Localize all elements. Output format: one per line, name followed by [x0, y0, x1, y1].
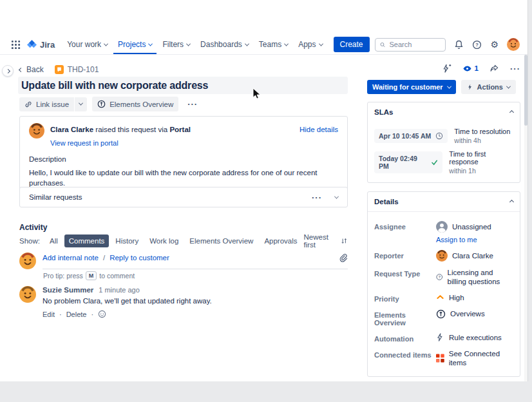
slas-panel-header[interactable]: SLAs [368, 102, 520, 122]
comment-author[interactable]: Suzie Summer [43, 286, 93, 294]
status-dropdown[interactable]: Waiting for customer [367, 80, 456, 94]
nav-item-projects[interactable]: Projects [113, 35, 157, 54]
issue-key-link[interactable]: THD-101 [55, 65, 99, 74]
dot-separator: · [59, 311, 62, 318]
priority-value[interactable]: High [436, 293, 464, 302]
link-issue-caret-button[interactable] [75, 97, 87, 111]
clock-icon [435, 132, 443, 140]
notifications-bell-icon[interactable] [454, 40, 464, 50]
request-raised-line: Clara Clarke raised this request via Por… [50, 123, 191, 133]
eye-icon [462, 64, 472, 73]
search-input[interactable] [389, 41, 441, 48]
connected-items-value[interactable]: See Connected items [436, 349, 513, 368]
composer-avatar [19, 253, 36, 269]
top-navbar: Jira Your work Projects Filters Dashboar… [0, 35, 527, 55]
comment-avatar[interactable] [19, 286, 36, 303]
check-icon [431, 158, 438, 166]
details-panel-header[interactable]: Details [368, 192, 520, 212]
view-request-portal-link[interactable]: View request in portal [50, 139, 338, 147]
assignee-value[interactable]: Unassigned [436, 221, 491, 233]
settings-gear-icon[interactable]: ⚙ [490, 40, 499, 49]
actions-dropdown[interactable]: Actions [461, 80, 516, 94]
filter-work-log[interactable]: Work log [145, 235, 183, 247]
field-reporter: Reporter Clara Clarke [374, 250, 513, 262]
add-internal-note-tab[interactable]: Add internal note [43, 254, 99, 262]
field-priority: Priority High [374, 293, 513, 303]
description-text: Hello, I would like to update our bill w… [29, 168, 338, 188]
nav-item-dashboards[interactable]: Dashboards [196, 35, 253, 54]
link-issue-button[interactable]: Link issue [19, 97, 74, 111]
arrow-left-icon [19, 67, 23, 72]
create-button[interactable]: Create [334, 37, 370, 52]
chevron-down-icon [148, 41, 153, 46]
field-assignee: Assignee Unassigned [374, 221, 513, 233]
pro-tip: Pro tip: press M to comment [43, 271, 135, 280]
jira-logo[interactable]: Jira [27, 40, 55, 50]
similar-requests-panel[interactable]: Similar requests ··· [19, 187, 348, 207]
jira-logo-text: Jira [40, 40, 55, 50]
connected-items-icon [436, 354, 444, 363]
nav-item-filters[interactable]: Filters [158, 35, 195, 54]
nav-item-teams[interactable]: Teams [254, 35, 292, 54]
chevron-down-icon [447, 84, 451, 88]
filter-all[interactable]: All [45, 235, 62, 247]
delete-comment-button[interactable]: Delete [66, 311, 87, 318]
back-button[interactable]: Back [19, 65, 44, 74]
filter-elements-overview[interactable]: Elements Overview [185, 235, 258, 247]
issue-sidebar: 1 ··· Waiting for customer Actions [367, 63, 520, 381]
reporter-value[interactable]: Clara Clarke [436, 250, 493, 262]
issue-title-field[interactable]: Update bill with new corporate address [18, 77, 348, 94]
jira-app-window: Jira Your work Projects Filters Dashboar… [0, 0, 528, 381]
watch-button[interactable]: 1 [462, 64, 479, 73]
assign-to-me-link[interactable]: Assign to me [436, 236, 513, 244]
show-label: Show: [19, 237, 40, 245]
reply-to-customer-tab[interactable]: Reply to customer [109, 254, 169, 262]
sidebar-more-button[interactable]: ··· [510, 64, 520, 73]
edit-comment-button[interactable]: Edit [43, 311, 55, 318]
sort-arrows-icon [341, 237, 348, 245]
attach-paperclip-icon[interactable] [339, 253, 348, 262]
lightning-icon [467, 84, 473, 90]
overviews-value[interactable]: Overviews [436, 309, 485, 319]
filter-history[interactable]: History [111, 235, 143, 247]
chevron-up-icon [509, 199, 514, 204]
global-search[interactable] [375, 38, 446, 52]
request-type-value[interactable]: ? Licensing and billing questions [436, 268, 513, 287]
nav-item-your-work[interactable]: Your work [62, 35, 112, 54]
reporter-avatar[interactable] [29, 123, 44, 139]
similar-more-button[interactable]: ··· [312, 193, 322, 202]
share-icon[interactable] [489, 64, 499, 73]
overviews-icon [436, 309, 446, 319]
expand-sidebar-button[interactable] [2, 65, 14, 77]
jira-logo-icon [27, 40, 37, 50]
sla-row-first-response: Today 02:49 PM Time to first response wi… [374, 150, 513, 175]
chevron-up-icon [509, 110, 514, 114]
emoji-reaction-button[interactable] [98, 310, 106, 318]
link-issue-split-button: Link issue [19, 97, 87, 111]
sort-order-button[interactable]: Newest first [304, 233, 348, 249]
similar-collapse-chevron-icon[interactable] [334, 194, 339, 198]
request-details-panel: Clara Clarke raised this request via Por… [19, 116, 348, 197]
rule-executions-value[interactable]: Rule executions [436, 333, 502, 342]
comment-text: No problem Clara, we'll get that updated… [43, 297, 212, 305]
keyboard-shortcut-m: M [86, 271, 97, 280]
more-actions-button[interactable]: ··· [184, 97, 202, 111]
issue-toolbar: Link issue Elements Overview ··· [19, 97, 202, 111]
activity-filter-row: Show: All Comments History Work log Elem… [19, 233, 348, 249]
reporter-avatar-small [436, 250, 448, 262]
chevron-down-icon [79, 101, 83, 106]
app-switcher-icon[interactable] [8, 37, 23, 52]
details-panel: Details Assignee Unassigned Assign t [367, 191, 520, 377]
chevron-right-icon [5, 68, 10, 73]
unassigned-avatar-icon [436, 221, 448, 233]
nav-item-apps[interactable]: Apps [294, 35, 327, 54]
elements-overview-button[interactable]: Elements Overview [92, 97, 178, 111]
scrollbar-thumb[interactable] [524, 55, 527, 126]
automation-shortcut-icon[interactable] [442, 64, 451, 73]
filter-comments[interactable]: Comments [64, 235, 109, 247]
filter-approvals[interactable]: Approvals [260, 235, 301, 247]
comment-item: Suzie Summer 1 minute ago No problem Cla… [19, 286, 348, 318]
hide-details-link[interactable]: Hide details [299, 123, 338, 133]
profile-avatar[interactable] [507, 38, 520, 51]
help-icon[interactable]: ? [472, 40, 482, 50]
